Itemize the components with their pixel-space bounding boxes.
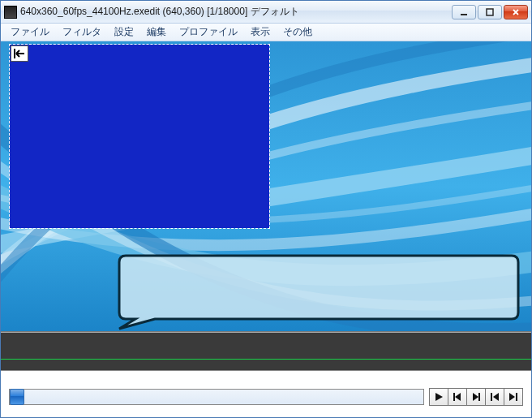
menu-view[interactable]: 表示 [246,24,275,41]
minimize-button[interactable] [452,5,476,19]
svg-rect-3 [453,393,455,401]
menu-settings[interactable]: 設定 [109,24,139,41]
go-end-button[interactable] [504,388,523,406]
step-back-button[interactable] [448,388,467,406]
svg-rect-0 [461,14,467,15]
seek-slider[interactable] [9,389,424,405]
step-forward-button[interactable] [466,388,486,406]
maximize-button[interactable] [478,5,502,19]
preview-object-rect[interactable] [10,45,269,228]
preview-area[interactable] [1,41,531,332]
svg-rect-4 [478,393,480,401]
play-button[interactable] [429,388,448,406]
go-start-icon [489,391,500,403]
close-icon [511,7,521,17]
app-window: 640x360_60fps_44100Hz.exedit (640,360) [… [0,0,532,418]
anchor-left-icon [11,46,28,61]
svg-rect-5 [491,393,492,401]
speech-bubble-object[interactable] [116,254,520,330]
control-bar [1,371,531,417]
menubar: ファイル フィルタ 設定 編集 プロファイル 表示 その他 [1,24,531,41]
app-icon [4,6,17,19]
window-buttons [452,5,528,19]
menu-profile[interactable]: プロファイル [174,24,242,41]
step-forward-icon [470,391,482,403]
close-button[interactable] [504,5,528,19]
svg-rect-6 [516,393,517,401]
menu-other[interactable]: その他 [278,24,317,41]
maximize-icon [485,7,495,17]
seek-thumb[interactable] [10,389,24,405]
menu-edit[interactable]: 編集 [142,24,171,41]
go-end-icon [508,391,519,403]
svg-rect-1 [487,9,493,15]
minimize-icon [459,7,469,17]
window-title: 640x360_60fps_44100Hz.exedit (640,360) [… [20,5,452,19]
timeline-strip[interactable] [1,332,531,371]
playback-controls [429,388,523,406]
go-start-button[interactable] [485,388,504,406]
menu-file[interactable]: ファイル [6,24,54,41]
menu-filter[interactable]: フィルタ [58,24,106,41]
timeline-marker-line [1,359,531,360]
titlebar[interactable]: 640x360_60fps_44100Hz.exedit (640,360) [… [1,1,531,24]
step-back-icon [452,391,463,403]
play-icon [433,391,444,403]
anchor-handle[interactable] [11,45,28,62]
